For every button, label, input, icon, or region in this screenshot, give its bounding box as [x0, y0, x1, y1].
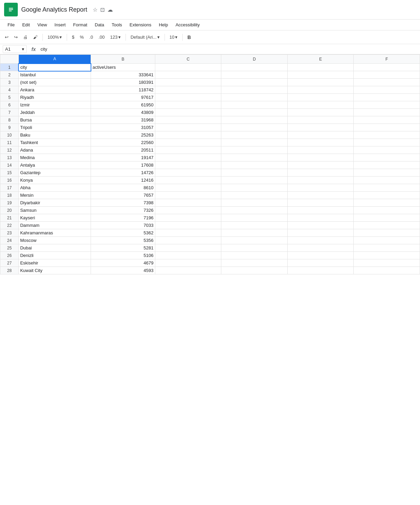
row-number[interactable]: 7 — [0, 109, 19, 116]
cell-d20[interactable] — [221, 207, 288, 214]
cell-e25[interactable] — [287, 244, 354, 252]
cell-b22[interactable]: 7033 — [91, 222, 155, 229]
cell-e8[interactable] — [287, 116, 354, 124]
row-number[interactable]: 26 — [0, 252, 19, 259]
cell-d18[interactable] — [221, 192, 288, 199]
menu-view[interactable]: View — [34, 20, 50, 29]
row-number[interactable]: 3 — [0, 79, 19, 86]
cell-b23[interactable]: 5362 — [91, 229, 155, 237]
menu-help[interactable]: Help — [155, 20, 171, 29]
cell-a13[interactable]: Medina — [18, 154, 91, 161]
cell-c12[interactable] — [155, 146, 221, 154]
cell-e19[interactable] — [287, 199, 354, 207]
col-header-a[interactable]: A — [18, 55, 91, 64]
star-icon[interactable]: ☆ — [93, 7, 97, 13]
cell-e2[interactable] — [287, 71, 354, 79]
row-number[interactable]: 11 — [0, 139, 19, 146]
cell-b20[interactable]: 7326 — [91, 207, 155, 214]
cell-d15[interactable] — [221, 169, 288, 177]
cell-b18[interactable]: 7657 — [91, 192, 155, 199]
row-number[interactable]: 23 — [0, 229, 19, 237]
cell-c20[interactable] — [155, 207, 221, 214]
cell-a22[interactable]: Dammam — [18, 222, 91, 229]
zoom-button[interactable]: 100% ▾ — [45, 33, 64, 41]
cell-b16[interactable]: 12416 — [91, 177, 155, 184]
cell-e21[interactable] — [287, 214, 354, 222]
row-number[interactable]: 24 — [0, 237, 19, 244]
cell-b6[interactable]: 61950 — [91, 101, 155, 109]
cell-c24[interactable] — [155, 237, 221, 244]
row-number[interactable]: 1 — [0, 64, 19, 71]
cell-b14[interactable]: 17608 — [91, 161, 155, 169]
cell-f15[interactable] — [354, 169, 420, 177]
cell-f11[interactable] — [354, 139, 420, 146]
cell-d11[interactable] — [221, 139, 288, 146]
cell-d16[interactable] — [221, 177, 288, 184]
cell-a11[interactable]: Tashkent — [18, 139, 91, 146]
row-number[interactable]: 19 — [0, 199, 19, 207]
cell-e16[interactable] — [287, 177, 354, 184]
cell-b28[interactable]: 4593 — [91, 267, 155, 274]
cell-f21[interactable] — [354, 214, 420, 222]
cell-d23[interactable] — [221, 229, 288, 237]
cell-c26[interactable] — [155, 252, 221, 259]
row-number[interactable]: 8 — [0, 116, 19, 124]
cell-e10[interactable] — [287, 131, 354, 139]
cell-f6[interactable] — [354, 101, 420, 109]
cell-f28[interactable] — [354, 267, 420, 274]
cell-reference[interactable]: A1 ▾ — [3, 45, 27, 53]
cell-c1[interactable] — [155, 64, 221, 71]
cell-a2[interactable]: Istanbul — [18, 71, 91, 79]
col-header-e[interactable]: E — [287, 55, 354, 64]
cell-c25[interactable] — [155, 244, 221, 252]
cell-a8[interactable]: Bursa — [18, 116, 91, 124]
cell-e15[interactable] — [287, 169, 354, 177]
format-123-button[interactable]: 123 ▾ — [108, 33, 123, 41]
cell-f4[interactable] — [354, 86, 420, 94]
decimal-decrease-button[interactable]: .0 — [87, 33, 95, 41]
row-number[interactable]: 12 — [0, 146, 19, 154]
cell-a15[interactable]: Gaziantep — [18, 169, 91, 177]
cell-c19[interactable] — [155, 199, 221, 207]
cell-c13[interactable] — [155, 154, 221, 161]
col-header-b[interactable]: B — [91, 55, 155, 64]
cell-f17[interactable] — [354, 184, 420, 192]
cell-a17[interactable]: Abha — [18, 184, 91, 192]
cell-a27[interactable]: Eskisehir — [18, 259, 91, 267]
cell-f5[interactable] — [354, 94, 420, 101]
row-number[interactable]: 13 — [0, 154, 19, 161]
cell-e9[interactable] — [287, 124, 354, 131]
font-selector[interactable]: Default (Ari... ▾ — [129, 33, 162, 41]
cell-e13[interactable] — [287, 154, 354, 161]
cell-e1[interactable] — [287, 64, 354, 71]
font-size-selector[interactable]: 10 ▾ — [168, 33, 180, 41]
cell-c15[interactable] — [155, 169, 221, 177]
row-number[interactable]: 4 — [0, 86, 19, 94]
row-number[interactable]: 22 — [0, 222, 19, 229]
redo-button[interactable]: ↪ — [12, 33, 20, 41]
cell-a16[interactable]: Konya — [18, 177, 91, 184]
cell-d27[interactable] — [221, 259, 288, 267]
cell-c27[interactable] — [155, 259, 221, 267]
cell-c14[interactable] — [155, 161, 221, 169]
cell-b12[interactable]: 20511 — [91, 146, 155, 154]
cell-f22[interactable] — [354, 222, 420, 229]
cell-a4[interactable]: Ankara — [18, 86, 91, 94]
cell-c6[interactable] — [155, 101, 221, 109]
cell-f10[interactable] — [354, 131, 420, 139]
print-button[interactable]: 🖨 — [21, 33, 30, 41]
cell-c4[interactable] — [155, 86, 221, 94]
cell-b24[interactable]: 5356 — [91, 237, 155, 244]
cell-b13[interactable]: 19147 — [91, 154, 155, 161]
cell-e24[interactable] — [287, 237, 354, 244]
cell-d13[interactable] — [221, 154, 288, 161]
cell-a19[interactable]: Diyarbakir — [18, 199, 91, 207]
cell-f8[interactable] — [354, 116, 420, 124]
cell-f2[interactable] — [354, 71, 420, 79]
row-number[interactable]: 16 — [0, 177, 19, 184]
cell-d28[interactable] — [221, 267, 288, 274]
cell-d24[interactable] — [221, 237, 288, 244]
cell-b15[interactable]: 14726 — [91, 169, 155, 177]
cell-b17[interactable]: 8610 — [91, 184, 155, 192]
cell-f20[interactable] — [354, 207, 420, 214]
